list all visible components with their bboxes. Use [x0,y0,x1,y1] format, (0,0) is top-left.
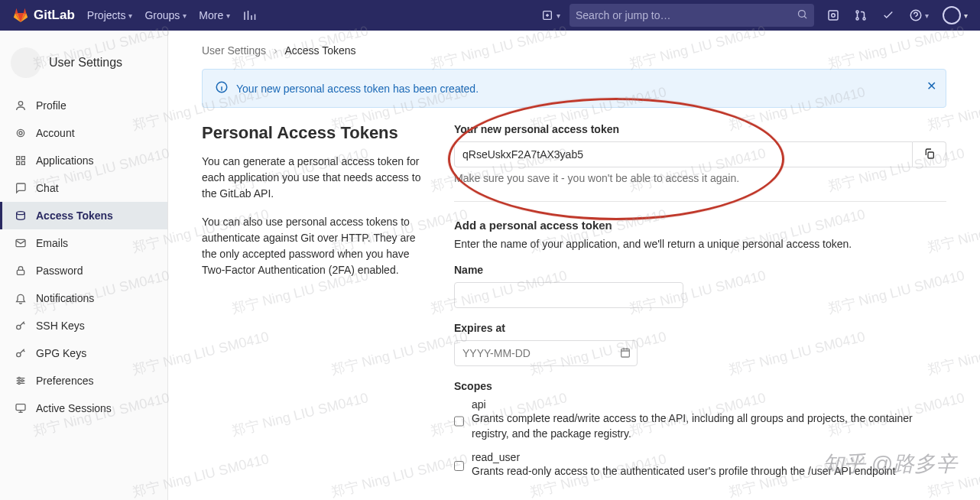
divider [454,201,946,202]
scope-row-read-user: read_user Grants read-only access to the… [454,451,946,479]
token-icon [15,209,27,222]
chevron-right-icon: › [274,44,277,57]
calendar-icon[interactable] [619,346,631,361]
chevron-down-icon: ▾ [557,11,560,20]
todos-icon[interactable] [881,8,895,22]
chevron-down-icon: ▾ [183,11,187,20]
sidebar-item-label: Access Tokens [36,209,113,222]
svg-point-18 [17,352,21,356]
sidebar-item-profile[interactable]: Profile [0,92,167,119]
scopes-label: Scopes [454,380,946,392]
page-description-column: Personal Access Tokens You can generate … [202,123,431,492]
svg-point-5 [856,18,858,20]
avatar-icon [943,6,961,24]
add-token-title: Add a personal access token [454,219,946,232]
search-icon[interactable] [797,8,808,22]
account-icon [15,127,27,139]
sidebar-item-password[interactable]: Password [0,257,167,284]
apps-icon [15,154,27,167]
chevron-down-icon: ▾ [925,11,929,20]
global-search[interactable] [570,4,814,27]
scope-read-user-checkbox[interactable] [454,453,464,479]
activity-icon[interactable] [242,8,256,22]
preferences-icon [15,375,27,387]
monitor-icon [15,402,27,414]
sidebar-item-label: GPG Keys [36,347,86,359]
chevron-down-icon: ▾ [226,11,230,20]
sidebar-item-ssh-keys[interactable]: SSH Keys [0,312,167,339]
svg-point-4 [856,11,858,13]
help-dropdown[interactable]: ▾ [909,8,929,22]
svg-rect-11 [21,157,24,160]
copy-token-button[interactable] [913,141,946,167]
search-input[interactable] [576,9,797,21]
new-dropdown[interactable]: ▾ [541,9,560,21]
scope-read-user-name: read_user [472,451,946,463]
close-icon[interactable]: ✕ [926,79,936,93]
sidebar-item-gpg-keys[interactable]: GPG Keys [0,339,167,367]
svg-rect-13 [21,161,24,164]
breadcrumb-root[interactable]: User Settings [202,44,266,57]
clipboard-icon [923,148,936,162]
sidebar-item-notifications[interactable]: Notifications [0,284,167,312]
key-icon [15,347,27,359]
sidebar-item-chat[interactable]: Chat [0,174,167,202]
user-menu[interactable]: ▾ [943,6,968,24]
nav-projects-label: Projects [87,9,126,21]
sidebar-item-active-sessions[interactable]: Active Sessions [0,394,167,422]
expires-label: Expires at [454,322,946,334]
brand-name: GitLab [34,8,75,23]
add-token-desc: Enter the name of your application, and … [454,238,946,250]
bell-icon [15,292,27,304]
sidebar-item-label: Password [36,265,83,277]
sidebar-item-label: Notifications [36,292,94,304]
sidebar-item-account[interactable]: Account [0,119,167,147]
sidebar-item-label: Preferences [36,375,93,387]
token-name-input[interactable] [454,282,683,308]
nav-more[interactable]: More ▾ [199,9,230,21]
nav-projects[interactable]: Projects ▾ [87,9,133,21]
svg-point-8 [18,102,22,106]
svg-point-21 [18,382,21,385]
sidebar-item-applications[interactable]: Applications [0,147,167,174]
svg-rect-16 [17,270,24,274]
svg-point-3 [832,14,836,18]
scope-api-name: api [472,398,946,411]
expires-at-input[interactable] [454,340,638,366]
page-title: Personal Access Tokens [202,123,431,143]
avatar-icon [11,47,41,78]
main-content: User Settings › Access Tokens Your new p… [168,31,980,500]
sidebar-item-label: SSH Keys [36,320,85,332]
gitlab-icon [12,6,29,25]
info-icon [215,80,229,96]
svg-rect-24 [928,152,933,158]
sidebar-item-preferences[interactable]: Preferences [0,367,167,394]
brand-logo[interactable]: GitLab [12,6,75,25]
svg-point-14 [17,212,25,215]
merge-requests-icon[interactable] [854,8,868,22]
name-label: Name [454,264,946,276]
svg-point-6 [863,18,865,20]
sidebar-title: User Settings [49,56,122,70]
scope-api-desc: Grants complete read/write access to the… [472,411,946,442]
chevron-down-icon: ▾ [964,11,968,20]
scope-row-api: api Grants complete read/write access to… [454,398,946,442]
token-form-column: Your new personal access token Make sure… [454,123,946,492]
new-token-label: Your new personal access token [454,123,946,135]
svg-rect-12 [17,161,20,164]
new-token-value[interactable] [454,141,913,167]
alert-text: Your new personal access token has been … [236,83,479,95]
sidebar-item-emails[interactable]: Emails [0,229,167,257]
issues-icon[interactable] [826,8,840,22]
sidebar-item-label: Applications [36,154,94,167]
svg-point-17 [17,325,21,329]
scope-api-checkbox[interactable] [454,401,464,442]
sidebar-item-label: Chat [36,182,59,194]
sidebar-item-label: Account [36,127,75,139]
sidebar-item-access-tokens[interactable]: Access Tokens [0,202,167,229]
chat-icon [15,182,27,194]
svg-rect-10 [17,157,20,160]
nav-groups[interactable]: Groups ▾ [144,9,187,21]
chevron-down-icon: ▾ [128,11,132,20]
scope-read-user-desc: Grants read-only access to the authentic… [472,463,946,479]
